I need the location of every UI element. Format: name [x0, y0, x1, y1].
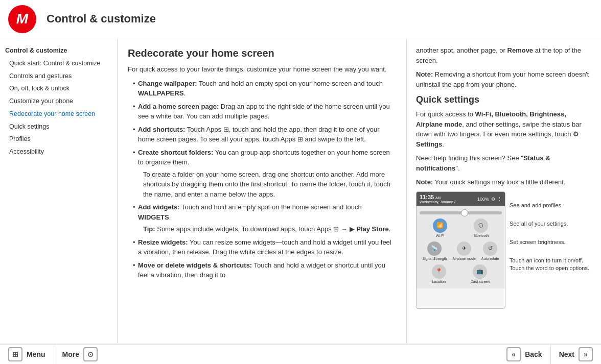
- term-resize: Resize widgets:: [138, 238, 188, 246]
- phone-date: Wednesday, January 7: [420, 200, 456, 204]
- sidebar-item-profiles[interactable]: Profiles: [2, 133, 115, 145]
- main-layout: Control & customize Quick start: Control…: [0, 38, 601, 344]
- term-wallpaper: Change wallpaper:: [138, 80, 197, 87]
- back-button[interactable]: « Back: [498, 345, 550, 364]
- list-item-resize: Resize widgets: You can resize some widg…: [133, 237, 396, 257]
- page-title: Control & customize: [47, 12, 156, 26]
- sidebar: Control & customize Quick start: Control…: [0, 38, 118, 344]
- menu-label: Menu: [27, 350, 45, 358]
- callout-settings: See all of your settings.: [510, 220, 589, 227]
- qs-help: Need help finding this screen? See "Stat…: [416, 153, 592, 173]
- sidebar-item-redecorate[interactable]: Redecorate your home screen: [2, 108, 115, 120]
- sidebar-item-quick-start[interactable]: Quick start: Control & customize: [2, 57, 115, 70]
- more-button[interactable]: More ⊙: [54, 345, 106, 364]
- tip-block: Tip: Some apps include widgets. To downl…: [143, 224, 396, 234]
- footer-right: « Back Next »: [498, 345, 601, 364]
- back-icon: «: [506, 347, 521, 361]
- sidebar-item-quick-settings[interactable]: Quick settings: [2, 120, 115, 133]
- features-list: Change wallpaper: Touch and hold an empt…: [133, 79, 396, 280]
- footer-left: ⊞ Menu More ⊙: [0, 345, 498, 364]
- qs-location-icon: 📍 Location: [432, 264, 446, 283]
- qs-phone-image: 11:35 AM Wednesday, January 7 100% ⚙ ⋮: [416, 191, 505, 309]
- main-pane: Redecorate your home screen For quick ac…: [118, 38, 407, 344]
- intro-text: For quick access to your favorite things…: [128, 64, 396, 75]
- callout-labels: See and add profiles. See all of your se…: [510, 191, 589, 272]
- remove-bold: Remove: [507, 46, 534, 54]
- menu-icon: ⊞: [8, 347, 22, 361]
- qs-note: Note: Your quick settings may look a lit…: [416, 177, 592, 187]
- qs-icons-row-2: 📡 Signal Strength ✈ Airplane mode ↺ Auto…: [420, 239, 502, 262]
- battery-icon: 100%: [477, 197, 489, 202]
- phone-ampm: AM: [435, 196, 441, 200]
- list-item-folders: Create shortcut folders: You can group a…: [133, 148, 396, 200]
- qs-icons-row-1: 📶 Wi-Fi ⬡ Bluetooth: [420, 216, 502, 239]
- list-item-move-delete: Move or delete widgets & shortcuts: Touc…: [133, 260, 396, 280]
- qs-signal-icon: 📡 Signal Strength: [423, 241, 447, 260]
- footer: ⊞ Menu More ⊙ « Back Next »: [0, 344, 601, 364]
- logo-letter: M: [16, 11, 28, 27]
- right-pane: another spot, another page, or Remove at…: [407, 38, 601, 344]
- brightness-thumb: [461, 209, 468, 216]
- callout-profiles: See and add profiles.: [510, 202, 589, 209]
- more-icon: ⋮: [497, 197, 502, 202]
- next-label: Next: [559, 350, 574, 358]
- term-widgets: Add widgets:: [138, 203, 180, 211]
- back-label: Back: [525, 350, 542, 358]
- phone-status-icons: 100% ⚙ ⋮: [477, 197, 502, 202]
- sidebar-item-controls-gestures[interactable]: Controls and gestures: [2, 70, 115, 83]
- header: M Control & customize: [0, 0, 601, 38]
- phone-status-bar: 11:35 AM Wednesday, January 7 100% ⚙ ⋮: [417, 192, 505, 206]
- callout-brightness: Set screen brightness.: [510, 238, 589, 246]
- sidebar-item-customize-phone[interactable]: Customize your phone: [2, 95, 115, 108]
- qs-cast-icon: 📺 Cast screen: [471, 264, 490, 283]
- qs-bluetooth-icon: ⬡ Bluetooth: [474, 219, 489, 237]
- qs-intro: For quick access to Wi-Fi, Bluetooth, Br…: [416, 109, 592, 149]
- note1-text: Removing a shortcut from your home scree…: [416, 70, 589, 88]
- folder-note: To create a folder on your home screen, …: [143, 169, 396, 200]
- qs-airplane-icon: ✈ Airplane mode: [453, 241, 476, 260]
- sidebar-item-control-customize[interactable]: Control & customize: [2, 44, 115, 57]
- note1: Note: Removing a shortcut from your home…: [416, 69, 592, 89]
- term-shortcuts: Add shortcuts:: [138, 126, 185, 133]
- term-folders: Create shortcut folders:: [138, 149, 213, 156]
- term-add-page: Add a home screen page:: [138, 103, 219, 110]
- more-label: More: [62, 350, 79, 358]
- more-icon: ⊙: [83, 347, 98, 361]
- list-item-shortcuts: Add shortcuts: Touch Apps ⊞, touch and h…: [133, 125, 396, 144]
- note1-label: Note:: [416, 70, 433, 78]
- next-icon: »: [579, 347, 593, 361]
- qs-autorotate-icon: ↺ Auto-rotate: [481, 241, 499, 260]
- settings-gear-icon: ⚙: [491, 197, 495, 202]
- content-area: Redecorate your home screen For quick ac…: [118, 38, 601, 344]
- qs-panel: 📶 Wi-Fi ⬡ Bluetooth 📡: [417, 206, 505, 288]
- sidebar-item-on-off[interactable]: On, off, lock & unlock: [2, 82, 115, 95]
- motorola-logo: M: [8, 5, 36, 33]
- callout-icons: Touch an icon to turn it on/off.Touch th…: [510, 257, 589, 272]
- term-move-delete: Move or delete widgets & shortcuts:: [138, 261, 252, 269]
- qs-wifi-icon: 📶 Wi-Fi: [433, 219, 447, 237]
- qs-icons-row-3: 📍 Location 📺 Cast screen: [420, 262, 502, 285]
- qs-title: Quick settings: [416, 94, 592, 105]
- continued-text: another spot, another page, or Remove at…: [416, 45, 592, 65]
- qs-diagram: 11:35 AM Wednesday, January 7 100% ⚙ ⋮: [416, 191, 592, 309]
- list-item-widgets: Add widgets: Touch and hold an empty spo…: [133, 202, 396, 234]
- list-item-add-page: Add a home screen page: Drag an app to t…: [133, 102, 396, 122]
- phone-time-block: 11:35 AM Wednesday, January 7: [420, 194, 456, 204]
- list-item-wallpaper: Change wallpaper: Touch and hold an empt…: [133, 79, 396, 99]
- brightness-slider: [420, 211, 502, 214]
- sidebar-item-accessibility[interactable]: Accessibility: [2, 145, 115, 158]
- next-button[interactable]: Next »: [551, 345, 601, 364]
- menu-button[interactable]: ⊞ Menu: [0, 345, 54, 364]
- section-title: Redecorate your home screen: [128, 47, 396, 59]
- phone-time: 11:35: [420, 194, 434, 200]
